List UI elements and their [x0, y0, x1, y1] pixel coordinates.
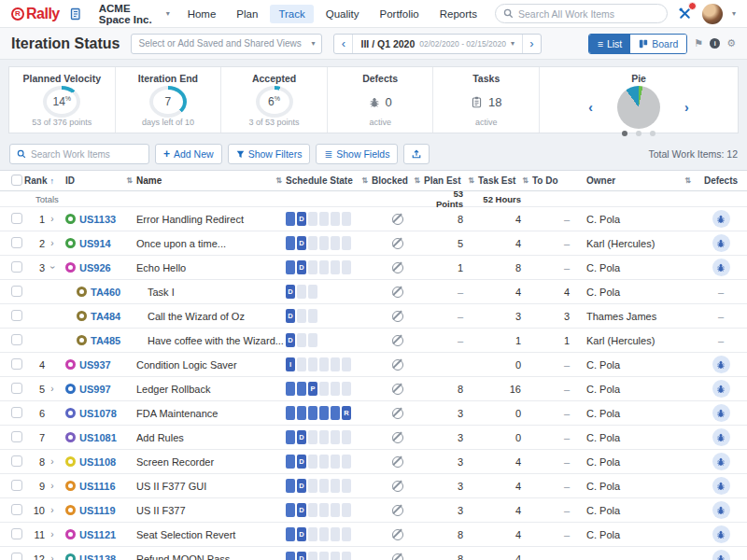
schedule-state-box[interactable]: D — [297, 455, 306, 469]
tools-menu[interactable] — [677, 6, 693, 21]
schedule-state-box[interactable]: D — [286, 309, 295, 323]
show-fields-button[interactable]: ≣ Show Fields — [316, 144, 398, 164]
schedule-state-widget[interactable]: D — [286, 236, 372, 250]
row-checkbox[interactable] — [11, 237, 22, 248]
row-checkbox[interactable] — [11, 310, 22, 321]
defects-cell[interactable] — [695, 477, 747, 495]
schedule-state-box[interactable] — [342, 503, 351, 517]
column-header-defects[interactable]: Defects — [695, 175, 747, 186]
defect-badge[interactable] — [712, 259, 730, 276]
global-search[interactable] — [495, 4, 668, 23]
schedule-state-box[interactable] — [342, 455, 351, 469]
schedule-state-widget[interactable]: D — [286, 552, 372, 560]
schedule-state-widget[interactable]: D — [286, 333, 372, 347]
expand-chevron-icon[interactable]: › — [45, 214, 60, 224]
work-item-id-link[interactable]: US1081 — [79, 432, 117, 443]
row-checkbox[interactable] — [11, 213, 22, 224]
work-item-name[interactable]: Seat Selection Revert — [136, 529, 286, 540]
row-checkbox[interactable] — [11, 383, 22, 394]
defect-badge[interactable] — [712, 501, 730, 519]
table-row[interactable]: 12 › US1138 Refund MOON Pass D 8 4 – — [0, 547, 747, 560]
export-button[interactable] — [403, 144, 430, 164]
schedule-state-box[interactable] — [319, 236, 329, 250]
blocked-icon[interactable] — [392, 384, 403, 395]
defects-cell[interactable] — [695, 453, 747, 470]
sort-ascending-icon[interactable]: ↑ — [49, 176, 58, 186]
row-checkbox[interactable] — [11, 455, 22, 467]
defects-cell[interactable] — [695, 525, 747, 543]
work-item-id-link[interactable]: US1138 — [79, 553, 116, 560]
schedule-state-box[interactable] — [342, 479, 351, 493]
schedule-state-box[interactable] — [308, 309, 317, 323]
user-avatar[interactable] — [702, 4, 723, 24]
schedule-state-box[interactable] — [308, 236, 317, 250]
expand-chevron-icon[interactable]: › — [45, 384, 60, 394]
table-row[interactable]: 11 › US1121 Seat Selection Revert D 8 4 … — [0, 523, 747, 547]
schedule-state-box[interactable] — [319, 430, 329, 444]
workspace-pages-icon[interactable] — [69, 7, 82, 21]
table-row[interactable]: 7 US1081 Add Rules D 3 0 – C. Pola — [0, 426, 747, 450]
schedule-state-box[interactable] — [319, 382, 329, 396]
schedule-state-box[interactable] — [342, 260, 351, 274]
schedule-state-box[interactable]: D — [297, 527, 306, 541]
blocked-icon[interactable] — [392, 432, 403, 443]
workspace-selector[interactable]: ACME Space Inc. ▾ — [99, 3, 170, 25]
table-row[interactable]: 4 US937 Condition Logic Saver I 0 – C. P… — [0, 353, 747, 377]
schedule-state-box[interactable] — [319, 212, 329, 226]
schedule-state-box[interactable]: D — [286, 285, 295, 299]
work-item-id-link[interactable]: US1119 — [79, 505, 116, 516]
row-checkbox[interactable] — [11, 480, 22, 491]
row-checkbox[interactable] — [11, 528, 22, 539]
schedule-state-box[interactable] — [342, 552, 351, 560]
defects-cell[interactable]: – — [695, 335, 747, 346]
schedule-state-box[interactable]: D — [297, 552, 306, 560]
work-item-id-link[interactable]: US1121 — [79, 529, 116, 540]
gear-icon[interactable]: ⚙ — [726, 37, 736, 49]
rally-logo[interactable]: R Rally — [11, 6, 60, 22]
nav-item-portfolio[interactable]: Portfolio — [372, 5, 428, 23]
schedule-state-box[interactable] — [319, 503, 329, 517]
flag-icon[interactable]: ⚑ — [694, 37, 703, 49]
view-selector-dropdown[interactable]: Select or Add Saved and Shared Views ▾ — [131, 34, 322, 54]
iteration-dropdown[interactable]: III / Q1 2020 02/02/2020 - 02/15/2020 ▾ — [353, 35, 521, 53]
defects-cell[interactable] — [695, 234, 747, 252]
work-item-name[interactable]: Ledger Rollback — [136, 384, 286, 395]
schedule-state-box[interactable] — [308, 552, 317, 560]
defect-badge[interactable] — [712, 477, 730, 495]
defects-cell[interactable] — [695, 259, 747, 276]
table-row[interactable]: 6 US1078 FDA Maintenance R 3 0 – C. Pola — [0, 401, 747, 426]
schedule-state-box[interactable] — [308, 285, 317, 299]
row-checkbox[interactable] — [11, 358, 22, 370]
carousel-prev-icon[interactable]: ‹ — [588, 100, 593, 115]
schedule-state-widget[interactable]: D — [286, 430, 372, 444]
row-checkbox[interactable] — [11, 334, 22, 345]
defect-badge[interactable] — [712, 210, 730, 228]
schedule-state-box[interactable] — [331, 527, 340, 541]
schedule-state-box[interactable] — [331, 382, 340, 396]
schedule-state-box[interactable] — [297, 333, 306, 347]
work-item-id-link[interactable]: US1116 — [79, 481, 116, 492]
defects-cell[interactable]: – — [695, 311, 747, 322]
schedule-state-box[interactable] — [308, 503, 317, 517]
schedule-state-box[interactable] — [308, 430, 317, 444]
schedule-state-box[interactable] — [308, 455, 317, 469]
global-search-input[interactable] — [518, 8, 659, 20]
schedule-state-box[interactable] — [286, 527, 295, 541]
schedule-state-widget[interactable]: D — [286, 260, 372, 274]
schedule-state-widget[interactable]: D — [286, 455, 372, 469]
column-header-to-do[interactable]: To Do — [532, 175, 573, 186]
schedule-state-box[interactable] — [319, 479, 329, 493]
work-item-name[interactable]: FDA Maintenance — [136, 408, 286, 419]
table-row[interactable]: 8 › US1108 Screen Recorder D 3 4 – C. Po… — [0, 450, 747, 474]
carousel-dot[interactable] — [636, 131, 641, 136]
schedule-state-box[interactable]: P — [308, 382, 317, 396]
row-checkbox[interactable] — [11, 261, 22, 273]
schedule-state-box[interactable]: R — [342, 406, 351, 420]
schedule-state-box[interactable]: I — [286, 357, 295, 371]
schedule-state-box[interactable] — [331, 406, 340, 420]
schedule-state-box[interactable] — [308, 357, 317, 371]
schedule-state-box[interactable] — [286, 382, 295, 396]
schedule-state-box[interactable] — [286, 430, 295, 444]
schedule-state-box[interactable]: D — [297, 430, 306, 444]
schedule-state-box[interactable] — [319, 260, 329, 274]
